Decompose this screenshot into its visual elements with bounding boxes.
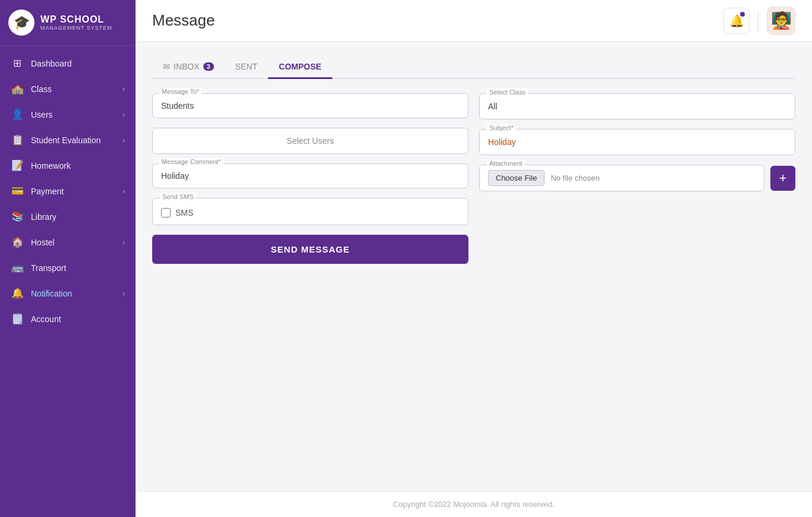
message-comment-group: Message Comment* xyxy=(152,163,468,188)
select-users-group: Select Users xyxy=(152,128,468,154)
attachment-group: Attachment Choose File No file chosen + xyxy=(479,165,795,191)
topbar: Message 🔔 🧑‍🏫 xyxy=(136,0,812,42)
add-attachment-button[interactable]: + xyxy=(770,166,795,191)
tab-compose-label: COMPOSE xyxy=(279,62,322,71)
tab-inbox-label: INBOX xyxy=(174,62,200,71)
subject-input[interactable] xyxy=(488,137,786,147)
nav-label-users: Users xyxy=(31,110,53,119)
dashboard-icon: ⊞ xyxy=(11,57,24,70)
logo-icon: 🎓 xyxy=(8,10,34,36)
sidebar-item-homework[interactable]: 📝 Homework xyxy=(0,153,136,178)
users-icon: 👤 xyxy=(11,108,24,121)
message-to-input[interactable] xyxy=(152,93,468,118)
select-class-input[interactable] xyxy=(488,102,786,111)
sidebar-logo[interactable]: 🎓 WP SCHOOL MANAGEMENT SYSTEM xyxy=(0,0,136,46)
message-to-group: Message To* xyxy=(152,93,468,118)
sms-text: SMS xyxy=(175,208,193,217)
nav-item-left: 💳 Payment xyxy=(11,185,64,197)
nav-label-transport: Transport xyxy=(31,263,66,273)
main-area: Message 🔔 🧑‍🏫 ✉ INBOX 3 xyxy=(136,0,812,517)
send-sms-group: Send SMS SMS xyxy=(152,198,468,225)
select-class-group: Select Class xyxy=(479,93,795,119)
form-left-col: Message To* Select Users Message Comment… xyxy=(152,93,468,264)
nav-item-left: 📚 Library xyxy=(11,210,56,223)
avatar-button[interactable]: 🧑‍🏫 xyxy=(767,7,795,35)
page-title: Message xyxy=(152,11,215,30)
choose-file-button[interactable]: Choose File xyxy=(488,170,545,186)
message-comment-input[interactable] xyxy=(152,163,468,188)
logo-wp: WP SCHOOL xyxy=(40,14,112,25)
account-icon: 🗒️ xyxy=(11,313,24,325)
notification-icon: 🔔 xyxy=(11,287,24,300)
sms-checkbox[interactable] xyxy=(161,208,171,217)
nav-label-payment: Payment xyxy=(31,187,64,196)
content-area: ✉ INBOX 3 SENT COMPOSE Message To* xyxy=(136,42,812,491)
select-users-button[interactable]: Select Users xyxy=(152,128,468,154)
chevron-icon: › xyxy=(122,111,125,119)
message-to-label: Message To* xyxy=(159,88,202,95)
nav-item-left: ⊞ Dashboard xyxy=(11,57,72,70)
sidebar-item-class[interactable]: 🏫 Class › xyxy=(0,76,136,102)
tab-sent-label: SENT xyxy=(235,62,257,71)
send-message-button[interactable]: SEND MESSAGE xyxy=(152,235,468,264)
avatar-icon: 🧑‍🏫 xyxy=(771,11,792,30)
sidebar-item-users[interactable]: 👤 Users › xyxy=(0,102,136,127)
nav-label-student-evaluation: Student Evaluation xyxy=(31,135,101,145)
send-sms-label: Send SMS xyxy=(160,193,196,200)
nav-item-left: 🏠 Hostel xyxy=(11,236,55,248)
sidebar-item-notification[interactable]: 🔔 Notification › xyxy=(0,280,136,306)
footer: Copyright ©2022 Mojoomla. All rights res… xyxy=(136,491,812,517)
nav-label-class: Class xyxy=(31,84,52,94)
tabs: ✉ INBOX 3 SENT COMPOSE xyxy=(152,56,795,79)
message-comment-label: Message Comment* xyxy=(159,158,224,165)
attachment-box: Attachment Choose File No file chosen xyxy=(479,165,764,191)
nav-item-left: 📋 Student Evaluation xyxy=(11,134,101,146)
inbox-badge: 3 xyxy=(203,62,214,71)
sidebar-item-payment[interactable]: 💳 Payment › xyxy=(0,178,136,204)
chevron-icon: › xyxy=(122,136,125,144)
topbar-right: 🔔 🧑‍🏫 xyxy=(723,7,795,35)
attachment-label: Attachment xyxy=(487,160,525,167)
nav-label-dashboard: Dashboard xyxy=(31,59,72,68)
payment-icon: 💳 xyxy=(11,185,24,197)
sidebar-item-hostel[interactable]: 🏠 Hostel › xyxy=(0,229,136,255)
nav-label-hostel: Hostel xyxy=(31,238,55,247)
student-evaluation-icon: 📋 xyxy=(11,134,24,146)
sidebar-item-account[interactable]: 🗒️ Account xyxy=(0,306,136,332)
logo-subtitle: MANAGEMENT SYSTEM xyxy=(40,25,112,31)
nav-label-homework: Homework xyxy=(31,161,71,171)
chevron-icon: › xyxy=(122,289,125,298)
nav-item-left: 📝 Homework xyxy=(11,159,71,172)
nav-label-library: Library xyxy=(31,212,56,222)
logo-text: WP SCHOOL MANAGEMENT SYSTEM xyxy=(40,14,112,31)
hostel-icon: 🏠 xyxy=(11,236,24,248)
select-class-label: Select Class xyxy=(487,89,528,96)
tab-compose[interactable]: COMPOSE xyxy=(268,56,332,79)
footer-text: Copyright ©2022 Mojoomla. All rights res… xyxy=(393,500,555,509)
chevron-icon: › xyxy=(122,187,125,196)
notification-bell-button[interactable]: 🔔 xyxy=(723,8,750,34)
sidebar-nav: ⊞ Dashboard 🏫 Class › 👤 Users › 📋 Studen… xyxy=(0,46,136,517)
sidebar-item-library[interactable]: 📚 Library xyxy=(0,204,136,229)
sidebar-item-dashboard[interactable]: ⊞ Dashboard xyxy=(0,51,136,76)
inbox-icon: ✉ xyxy=(163,62,170,71)
form-right-col: Select Class Subject* Attachment Choose … xyxy=(479,93,795,264)
homework-icon: 📝 xyxy=(11,159,24,172)
sidebar-item-student-evaluation[interactable]: 📋 Student Evaluation › xyxy=(0,127,136,153)
tab-inbox[interactable]: ✉ INBOX 3 xyxy=(152,56,225,79)
nav-item-left: 🏫 Class xyxy=(11,83,52,95)
nav-label-notification: Notification xyxy=(31,289,72,298)
tab-sent[interactable]: SENT xyxy=(225,56,268,79)
transport-icon: 🚌 xyxy=(11,261,24,274)
no-file-text: No file chosen xyxy=(550,174,599,182)
subject-label: Subject* xyxy=(487,124,516,131)
nav-item-left: 🗒️ Account xyxy=(11,313,61,325)
sidebar: 🎓 WP SCHOOL MANAGEMENT SYSTEM ⊞ Dashboar… xyxy=(0,0,136,517)
topbar-divider xyxy=(758,10,759,31)
chevron-icon: › xyxy=(122,238,125,247)
notification-badge xyxy=(740,12,745,17)
chevron-icon: › xyxy=(122,85,125,93)
sidebar-item-transport[interactable]: 🚌 Transport xyxy=(0,255,136,280)
compose-form: Message To* Select Users Message Comment… xyxy=(152,93,795,264)
subject-group: Subject* xyxy=(479,129,795,155)
